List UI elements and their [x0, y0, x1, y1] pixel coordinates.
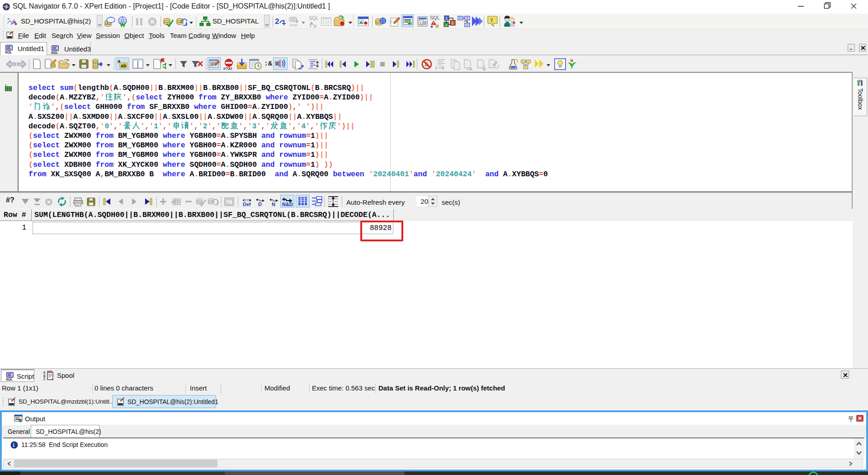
- svg-text:SQL: SQL: [430, 15, 440, 20]
- svg-text:D: D: [258, 202, 262, 207]
- svg-text:1: 1: [445, 16, 448, 21]
- svg-text:SQL: SQL: [5, 50, 12, 54]
- svg-text:SQL: SQL: [6, 377, 13, 381]
- svg-text:Def: Def: [243, 202, 251, 207]
- svg-text:?: ?: [490, 17, 493, 24]
- svg-text:SQL: SQL: [51, 51, 58, 54]
- svg-text:N: N: [272, 202, 275, 207]
- svg-text:2: 2: [452, 21, 454, 25]
- svg-text:ab: ab: [121, 63, 127, 68]
- svg-text:#?X!: #?X!: [223, 66, 232, 71]
- svg-text:SQL: SQL: [309, 15, 319, 21]
- svg-text:12: 12: [420, 21, 424, 25]
- svg-text:2: 2: [275, 17, 279, 26]
- svg-text:L: L: [43, 377, 45, 381]
- svg-text:N&D: N&D: [282, 202, 293, 207]
- svg-text:1010: 1010: [289, 23, 297, 27]
